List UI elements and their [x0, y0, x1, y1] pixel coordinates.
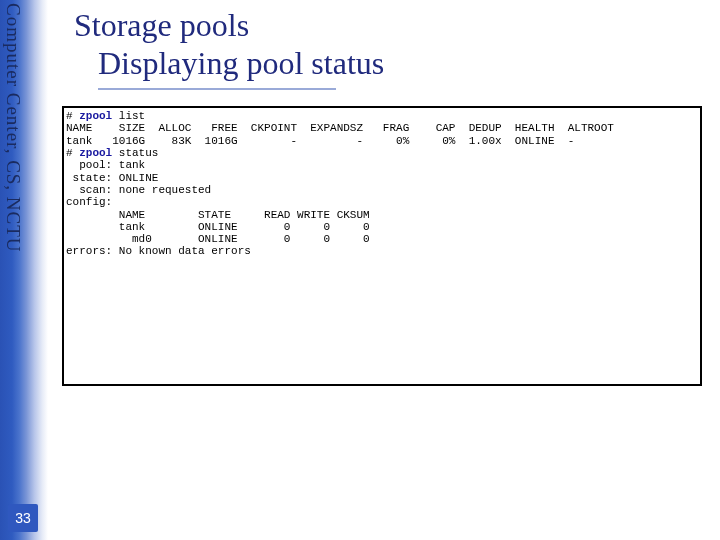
config-row-md0: md0 ONLINE 0 0 0 [66, 233, 696, 245]
cmd-rest: list [112, 110, 145, 122]
cmd-zpool-status: # zpool status [66, 147, 696, 159]
config-row-tank: tank ONLINE 0 0 0 [66, 221, 696, 233]
cmd-rest: status [112, 147, 158, 159]
sidebar-org-text: Computer Center, CS, NCTU [2, 3, 24, 253]
prompt: # [66, 147, 79, 159]
prompt: # [66, 110, 79, 122]
status-scan: scan: none requested [66, 184, 696, 196]
title-line-1: Storage pools [74, 6, 384, 44]
zpool-list-header: NAME SIZE ALLOC FREE CKPOINT EXPANDSZ FR… [66, 122, 696, 134]
status-config: config: [66, 196, 696, 208]
config-header: NAME STATE READ WRITE CKSUM [66, 209, 696, 221]
title-line-2: Displaying pool status [74, 44, 384, 82]
zpool-list-row: tank 1016G 83K 1016G - - 0% 0% 1.00x ONL… [66, 135, 696, 147]
status-pool: pool: tank [66, 159, 696, 171]
cmd-keyword: zpool [79, 110, 112, 122]
terminal-output: # zpool list NAME SIZE ALLOC FREE CKPOIN… [62, 106, 702, 386]
cmd-keyword: zpool [79, 147, 112, 159]
cmd-zpool-list: # zpool list [66, 110, 696, 122]
page-number-badge: 33 [8, 504, 38, 532]
title-underline [98, 88, 336, 90]
slide: Computer Center, CS, NCTU 33 Storage poo… [0, 0, 720, 540]
status-errors: errors: No known data errors [66, 245, 696, 257]
status-state: state: ONLINE [66, 172, 696, 184]
slide-title: Storage pools Displaying pool status [74, 6, 384, 83]
